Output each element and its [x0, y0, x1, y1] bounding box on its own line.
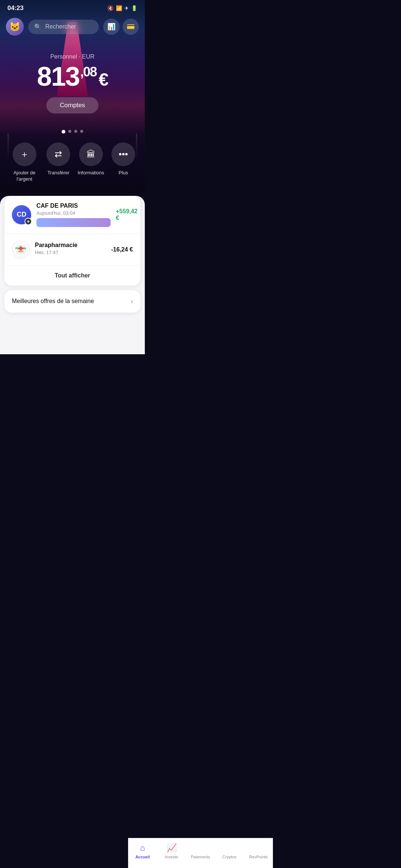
- quick-action-informations[interactable]: 🏛 Informations: [78, 142, 104, 183]
- search-bar[interactable]: 🔍 Rechercher: [28, 20, 99, 34]
- balance-whole: 813: [37, 62, 79, 91]
- add-money-label: Ajouter de l'argent: [10, 170, 39, 183]
- dot-2: [68, 130, 71, 133]
- bottom-spacer: [0, 317, 145, 354]
- caf-date: Aujourd'hui, 03:04: [36, 210, 111, 216]
- main-content: CD + CAF DE PARIS Aujourd'hui, 03:04 +55…: [0, 196, 145, 354]
- wifi-icon: 📶: [116, 5, 122, 11]
- chart-button[interactable]: 📊: [103, 19, 120, 35]
- informations-icon-circle: 🏛: [79, 142, 103, 166]
- balance-section: Personnel · EUR 813,08€ Comptes: [0, 39, 145, 121]
- bank-icon: 🏛: [87, 149, 95, 160]
- more-label: Plus: [119, 170, 128, 176]
- search-icon: 🔍: [34, 23, 42, 30]
- card-icon: 💳: [127, 23, 135, 31]
- balance-currency: €: [99, 70, 108, 89]
- pharma-logo-svg: PHARMA SHOP: [14, 241, 28, 258]
- avatar[interactable]: 🐱: [6, 18, 24, 36]
- caf-amount: +559,42 €: [116, 208, 137, 221]
- quick-action-transfer[interactable]: ⇄ Transférer: [46, 142, 70, 183]
- quick-actions: ＋ Ajouter de l'argent ⇄ Transférer 🏛 Inf…: [0, 139, 145, 191]
- caf-transaction-info: CAF DE PARIS Aujourd'hui, 03:04: [36, 203, 111, 227]
- svg-text:SHOP: SHOP: [18, 251, 24, 253]
- account-label: Personnel · EUR: [7, 53, 137, 60]
- offers-banner[interactable]: Meilleures offres de la semaine ›: [4, 290, 140, 313]
- card-button[interactable]: 💳: [123, 19, 139, 35]
- more-icon-circle: •••: [111, 142, 135, 166]
- transaction-item-pharma[interactable]: PHARMA SHOP Parapharmacie Hier, 17:47 -1…: [4, 234, 140, 266]
- search-placeholder-text: Rechercher: [45, 23, 76, 30]
- transfer-label: Transférer: [48, 170, 69, 176]
- add-money-icon-circle: ＋: [13, 142, 36, 166]
- transfer-icon: ⇄: [55, 149, 62, 160]
- pharma-transaction-info: Parapharmacie Hier, 17:47: [35, 242, 106, 257]
- pharma-avatar: PHARMA SHOP: [12, 241, 30, 259]
- dots-indicator: [0, 121, 145, 139]
- offers-text: Meilleures offres de la semaine: [12, 298, 94, 305]
- informations-label: Informations: [78, 170, 104, 176]
- quick-action-add-money[interactable]: ＋ Ajouter de l'argent: [10, 142, 39, 183]
- plus-icon: ＋: [20, 148, 29, 160]
- chevron-right-icon: ›: [131, 297, 133, 305]
- top-actions: 📊 💳: [103, 19, 139, 35]
- pharma-name: Parapharmacie: [35, 242, 106, 249]
- dot-4: [80, 130, 83, 133]
- status-bar: 04:23 🔇 📶 ✈ 🔋: [0, 0, 145, 15]
- pharma-date: Hier, 17:47: [35, 250, 106, 255]
- dot-1: [62, 130, 65, 134]
- more-dots-icon: •••: [119, 149, 128, 160]
- transaction-item-caf[interactable]: CD + CAF DE PARIS Aujourd'hui, 03:04 +55…: [4, 196, 140, 234]
- caf-avatar-initials: CD: [17, 211, 26, 218]
- comptes-button[interactable]: Comptes: [46, 97, 98, 114]
- balance-cents: ,08: [80, 64, 97, 79]
- balance-amount: 813,08€: [7, 63, 137, 90]
- see-all-button[interactable]: Tout afficher: [4, 266, 140, 286]
- transactions-card: CD + CAF DE PARIS Aujourd'hui, 03:04 +55…: [4, 196, 140, 286]
- top-bar: 🐱 🔍 Rechercher 📊 💳: [0, 15, 145, 39]
- quick-action-more[interactable]: ••• Plus: [111, 142, 135, 183]
- status-time: 04:23: [7, 4, 23, 12]
- caf-name: CAF DE PARIS: [36, 203, 111, 209]
- transfer-icon-circle: ⇄: [46, 142, 70, 166]
- battery-icon: 🔋: [131, 5, 137, 11]
- caf-censored-region: [36, 218, 111, 227]
- status-icons: 🔇 📶 ✈ 🔋: [107, 5, 137, 11]
- add-badge-icon: +: [25, 218, 32, 225]
- dot-3: [74, 130, 77, 133]
- caf-avatar: CD +: [12, 205, 31, 224]
- chart-icon: 📊: [107, 23, 115, 31]
- mute-icon: 🔇: [107, 5, 114, 11]
- svg-rect-5: [19, 247, 23, 249]
- airplane-icon: ✈: [124, 5, 129, 11]
- pharma-amount: -16,24 €: [111, 246, 133, 253]
